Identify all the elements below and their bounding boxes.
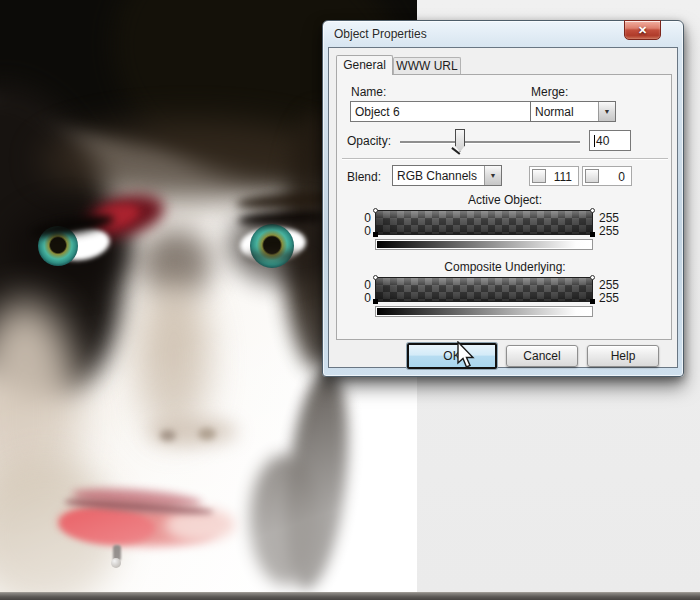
opacity-label: Opacity: bbox=[347, 134, 391, 148]
range-handle-top-left[interactable] bbox=[373, 275, 378, 280]
mouse-cursor bbox=[455, 341, 477, 375]
chevron-down-icon[interactable]: ▼ bbox=[598, 102, 615, 121]
range-handle-top-right[interactable] bbox=[590, 275, 595, 280]
range-handle-top-left[interactable] bbox=[373, 208, 378, 213]
gradient-ramp bbox=[377, 241, 591, 248]
blend-swatch-button[interactable] bbox=[532, 169, 546, 183]
tab-www-url[interactable]: WWW URL bbox=[393, 57, 461, 75]
tab-general[interactable]: General bbox=[336, 55, 393, 75]
blend-number-2: 0 bbox=[618, 170, 625, 184]
active-object-high-bottom: 255 bbox=[599, 224, 633, 238]
opacity-slider-thumb[interactable] bbox=[455, 129, 465, 152]
composite-low-top: 0 bbox=[341, 278, 371, 292]
composite-high-bottom: 255 bbox=[599, 291, 633, 305]
active-object-range-bar[interactable] bbox=[375, 210, 593, 235]
text-caret bbox=[594, 135, 595, 147]
composite-low-bottom: 0 bbox=[341, 291, 371, 305]
active-object-high-top: 255 bbox=[599, 211, 633, 225]
merge-dropdown-value: Normal bbox=[535, 105, 574, 119]
blend-dropdown[interactable]: RGB Channels ▼ bbox=[392, 165, 502, 186]
chevron-down-icon[interactable]: ▼ bbox=[484, 166, 501, 185]
active-object-gradient-strip bbox=[375, 239, 593, 250]
composite-underlying-range-bar[interactable] bbox=[375, 277, 593, 302]
merge-label: Merge: bbox=[531, 85, 568, 99]
general-tab-page: Name: Object 6 Merge: Normal ▼ Opacity: … bbox=[336, 74, 672, 340]
blend-swatch-button[interactable] bbox=[585, 169, 599, 183]
composite-underlying-title: Composite Underlying: bbox=[337, 260, 673, 274]
cancel-button[interactable]: Cancel bbox=[506, 345, 578, 367]
composite-high-top: 255 bbox=[599, 278, 633, 292]
blend-value-field-2[interactable]: 0 bbox=[582, 166, 632, 186]
composite-gradient-strip bbox=[375, 306, 593, 317]
blend-label: Blend: bbox=[347, 170, 381, 184]
range-handle-bottom-left[interactable] bbox=[373, 232, 378, 237]
range-handle-bottom-right[interactable] bbox=[590, 232, 595, 237]
range-handle-bottom-left[interactable] bbox=[373, 299, 378, 304]
merge-dropdown[interactable]: Normal ▼ bbox=[530, 101, 616, 122]
dialog-title: Object Properties bbox=[334, 27, 427, 41]
active-object-low-top: 0 bbox=[341, 211, 371, 225]
opacity-slider[interactable] bbox=[397, 128, 583, 155]
range-handle-bottom-right[interactable] bbox=[590, 299, 595, 304]
close-icon: ✕ bbox=[638, 24, 647, 36]
blend-dropdown-value: RGB Channels bbox=[397, 169, 477, 183]
separator-line bbox=[342, 158, 668, 159]
active-object-title: Active Object: bbox=[337, 193, 673, 207]
opacity-input[interactable]: 40 bbox=[589, 130, 631, 151]
gradient-ramp bbox=[377, 308, 591, 315]
blend-value-field-1[interactable]: 111 bbox=[529, 166, 579, 186]
opacity-value: 40 bbox=[596, 134, 609, 148]
close-button[interactable]: ✕ bbox=[624, 20, 661, 40]
range-bar-shading bbox=[376, 211, 592, 234]
name-label: Name: bbox=[351, 85, 386, 99]
blend-number-1: 111 bbox=[554, 170, 572, 184]
help-button[interactable]: Help bbox=[587, 345, 659, 367]
window-bottom-edge bbox=[0, 592, 700, 600]
active-object-low-bottom: 0 bbox=[341, 224, 371, 238]
object-properties-dialog: Object Properties ✕ General WWW URL Name… bbox=[322, 20, 684, 377]
range-handle-top-right[interactable] bbox=[590, 208, 595, 213]
ok-button[interactable]: OK bbox=[407, 343, 497, 369]
range-bar-shading bbox=[376, 278, 592, 301]
opacity-slider-track[interactable] bbox=[400, 141, 580, 143]
dialog-client-area: General WWW URL Name: Object 6 Merge: No… bbox=[328, 47, 678, 368]
